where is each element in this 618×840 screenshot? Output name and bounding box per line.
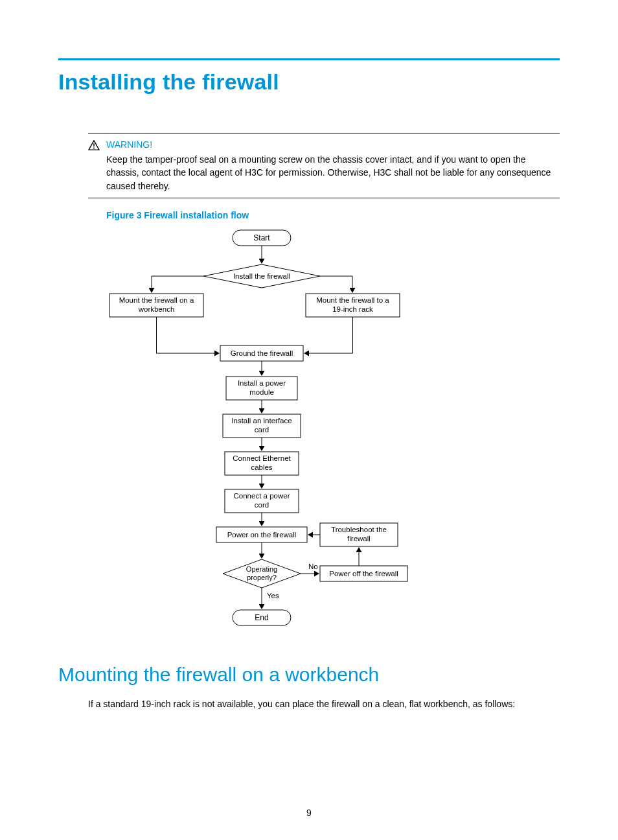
flow-iface-l1: Install an interface — [231, 417, 292, 425]
flow-trouble-l1: Troubleshoot the — [331, 526, 387, 533]
body-paragraph: If a standard 19-inch rack is not availa… — [88, 697, 560, 710]
warning-triangle-icon — [88, 140, 100, 150]
section-heading-mounting: Mounting the firewall on a workbench — [58, 664, 560, 686]
page-top-rule — [58, 58, 560, 60]
flow-trouble-l2: firewall — [347, 535, 371, 542]
flow-start: Start — [253, 233, 270, 242]
document-page: Installing the firewall WARNING! Keep th… — [0, 0, 618, 840]
figure-caption: Figure 3 Firewall installation flow — [106, 210, 560, 220]
flow-iface-l2: card — [255, 426, 269, 434]
warning-text: Keep the tamper-proof seal on a mounting… — [106, 153, 560, 192]
flow-mount-wb-l2: workbench — [138, 305, 175, 313]
flow-ground: Ground the firewall — [231, 349, 293, 357]
flow-yes-label: Yes — [267, 592, 279, 600]
flow-eth-l2: cables — [251, 463, 272, 471]
flow-mount-rack-l2: 19-inch rack — [332, 305, 373, 313]
warning-row: WARNING! — [88, 139, 560, 150]
warning-rule-bottom — [88, 198, 560, 198]
flow-op-l1: Operating — [246, 565, 277, 573]
content-block: WARNING! Keep the tamper-proof seal on a… — [88, 134, 560, 644]
flow-end: End — [255, 613, 268, 622]
flow-mount-rack-l1: Mount the firewall to a — [316, 296, 389, 304]
page-title: Installing the firewall — [58, 69, 560, 95]
flow-power-off: Power off the firewall — [329, 570, 398, 578]
flow-install: Install the firewall — [233, 272, 290, 280]
flow-eth-l1: Connect Ethernet — [233, 454, 291, 462]
flow-power-mod-l2: module — [249, 388, 274, 396]
flow-power-on: Power on the firewall — [227, 531, 297, 539]
svg-point-2 — [93, 147, 95, 148]
flow-power-mod-l1: Install a power — [238, 379, 286, 387]
warning-label: WARNING! — [106, 139, 152, 150]
flow-pcord-l2: cord — [255, 501, 269, 509]
warning-rule-top — [88, 134, 560, 134]
flowchart: Start Install the firewall Mount the fir… — [106, 227, 560, 644]
flow-mount-wb-l1: Mount the firewall on a — [119, 296, 194, 304]
flow-pcord-l1: Connect a power — [234, 492, 290, 500]
flow-no-label: No — [308, 563, 318, 570]
flow-op-l2: properly? — [247, 574, 277, 581]
page-number: 9 — [0, 808, 618, 818]
